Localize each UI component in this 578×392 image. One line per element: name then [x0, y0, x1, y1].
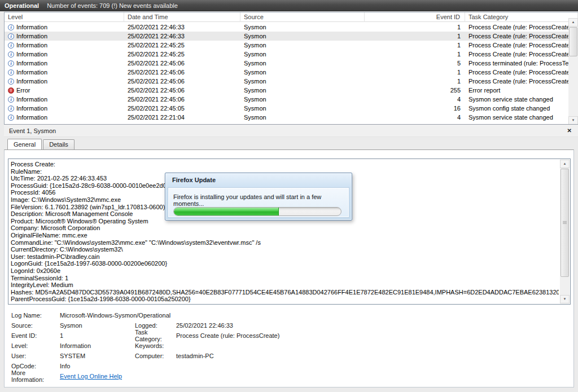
table-row[interactable]: ! Error 25/02/2021 22:45:06 Sysmon 255 E… — [5, 86, 568, 95]
eventid-cell: 4 — [365, 96, 465, 103]
level-cell: i Information — [5, 24, 124, 30]
log-status-bar: Operational Number of events: 709 (!) Ne… — [0, 0, 578, 11]
task-category-cell: Process Create (rule: ProcessCreate) — [465, 42, 568, 49]
source-cell: Sysmon — [240, 114, 365, 121]
task-category-cell: Process Create (rule: ProcessCreate) — [465, 51, 568, 58]
level-cell: i Information — [5, 60, 124, 67]
datetime-cell: 25/02/2021 22:45:06 — [124, 69, 240, 76]
eventid-cell: 1 — [365, 69, 465, 76]
column-header-task[interactable]: Task Category — [465, 12, 578, 22]
tab-details[interactable]: Details — [43, 139, 75, 149]
info-icon: i — [8, 60, 14, 67]
field-row: User: SYSTEM Computer: testadmin-PC — [8, 351, 567, 361]
scroll-down-icon[interactable]: ▼ — [568, 116, 578, 124]
datetime-cell: 25/02/2021 22:45:25 — [124, 42, 240, 49]
field-row: Event ID: 1 Task Category: Process Creat… — [8, 331, 567, 341]
field-label: Computer: — [135, 353, 176, 359]
level-cell: i Information — [5, 114, 124, 121]
eventid-cell: 5 — [365, 60, 465, 67]
datetime-cell: 25/02/2021 22:45:06 — [124, 60, 240, 67]
tab-general[interactable]: General — [7, 139, 42, 149]
field-row: Level: Information Keywords: — [8, 341, 567, 351]
table-row[interactable]: i Information 25/02/2021 22:45:06 Sysmon… — [5, 68, 568, 77]
update-progress-bar — [173, 207, 341, 216]
column-header-level[interactable]: Level — [5, 12, 124, 22]
field-label: Event ID: — [8, 332, 60, 339]
source-cell: Sysmon — [240, 60, 365, 67]
scroll-up-icon[interactable]: ▲ — [560, 160, 570, 168]
field-label: Level: — [8, 342, 60, 349]
info-icon: i — [8, 105, 14, 112]
table-scrollbar[interactable]: ▲ ▼ — [568, 18, 578, 124]
source-cell: Sysmon — [240, 96, 365, 103]
eventid-cell: 1 — [365, 24, 465, 30]
field-row: Log Name: Microsoft-Windows-Sysmon/Opera… — [8, 310, 567, 320]
field-value: SYSTEM — [60, 353, 135, 359]
column-header-date[interactable]: Date and Time — [124, 12, 240, 22]
table-row[interactable]: i Information 25/02/2021 22:45:05 Sysmon… — [5, 104, 568, 113]
datetime-cell: 25/02/2021 22:45:25 — [124, 51, 240, 58]
field-label: OpCode: — [8, 363, 60, 369]
info-icon: i — [8, 42, 14, 49]
datetime-cell: 25/02/2021 22:45:06 — [124, 78, 240, 85]
source-cell: Sysmon — [240, 105, 365, 112]
field-label: User: — [8, 353, 60, 359]
event-pane-title: Event 1, Sysmon — [9, 127, 566, 134]
progress-fill — [174, 208, 279, 215]
level-cell: i Information — [5, 69, 124, 76]
description-scrollbar[interactable]: ▲ ▼ — [560, 160, 570, 303]
datetime-cell: 25/02/2021 22:46:33 — [124, 24, 240, 30]
event-count-status: Number of events: 709 (!) New events ava… — [47, 2, 178, 9]
field-label: Task Category: — [135, 329, 176, 342]
dialog-titlebar[interactable]: Firefox Update — [165, 173, 352, 186]
info-icon: i — [8, 114, 14, 121]
level-label: Information — [16, 96, 47, 103]
info-icon: i — [8, 78, 14, 85]
level-label: Error — [16, 87, 30, 94]
table-row[interactable]: i Information 25/02/2021 22:45:25 Sysmon… — [5, 41, 568, 50]
close-icon[interactable]: ✕ — [566, 127, 573, 134]
info-icon: i — [8, 33, 14, 39]
task-category-cell: Sysmon service state changed — [465, 114, 568, 121]
error-icon: ! — [8, 87, 14, 94]
source-cell: Sysmon — [240, 24, 365, 30]
field-row: OpCode: Info — [8, 361, 567, 371]
field-label: Logged: — [135, 322, 176, 329]
field-value: testadmin-PC — [176, 353, 567, 359]
field-value: Sysmon — [60, 322, 135, 329]
column-header-source[interactable]: Source — [240, 12, 365, 22]
table-row[interactable]: i Information 25/02/2021 22:45:06 Sysmon… — [5, 77, 568, 86]
level-cell: i Information — [5, 33, 124, 39]
eventid-cell: 1 — [365, 51, 465, 58]
firefox-update-dialog: Firefox Update Firefox is installing you… — [165, 173, 352, 221]
source-cell: Sysmon — [240, 51, 365, 58]
table-row[interactable]: i Information 25/02/2021 22:45:06 Sysmon… — [5, 59, 568, 68]
eventid-cell: 1 — [365, 33, 465, 39]
level-label: Information — [16, 69, 47, 76]
scrollbar-thumb[interactable] — [569, 27, 577, 56]
table-row[interactable]: i Information 25/02/2021 22:45:25 Sysmon… — [5, 50, 568, 59]
scroll-down-icon[interactable]: ▼ — [560, 295, 570, 303]
datetime-cell: 25/02/2021 22:45:06 — [124, 96, 240, 103]
source-cell: Sysmon — [240, 42, 365, 49]
field-label: Source: — [8, 322, 60, 329]
source-cell: Sysmon — [240, 78, 365, 85]
eventid-cell: 255 — [365, 87, 465, 94]
scrollbar-thumb[interactable] — [561, 169, 569, 277]
table-row[interactable]: i Information 25/02/2021 22:46:33 Sysmon… — [5, 32, 568, 41]
level-label: Information — [16, 60, 47, 67]
table-row[interactable]: i Information 25/02/2021 22:45:06 Sysmon… — [5, 95, 568, 104]
source-cell: Sysmon — [240, 87, 365, 94]
table-row[interactable]: i Information 25/02/2021 22:46:33 Sysmon… — [5, 23, 568, 32]
info-icon: i — [8, 96, 14, 103]
level-label: Information — [16, 51, 47, 58]
datetime-cell: 25/02/2021 22:21:04 — [124, 114, 240, 121]
source-cell: Sysmon — [240, 33, 365, 39]
more-information-link[interactable]: Event Log Online Help — [60, 373, 122, 380]
event-table: Level Date and Time Source Event ID Task… — [4, 12, 578, 124]
level-label: Information — [16, 114, 47, 121]
event-viewer-window: { "colors": { "topbar_bg": "#4a4a4a", "i… — [0, 0, 578, 392]
column-header-eventid[interactable]: Event ID — [365, 12, 465, 22]
scroll-up-icon[interactable]: ▲ — [568, 18, 578, 27]
table-row[interactable]: i Information 25/02/2021 22:21:04 Sysmon… — [5, 113, 568, 122]
